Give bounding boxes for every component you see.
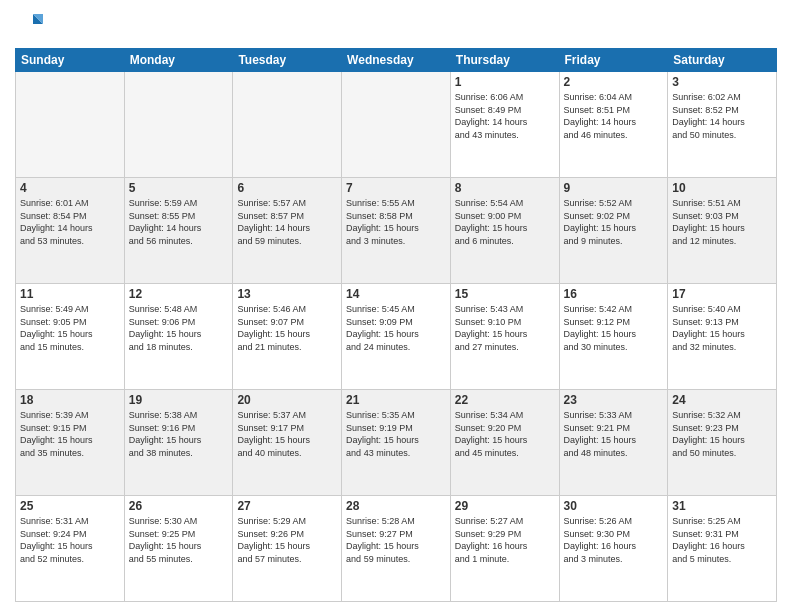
calendar-week-4: 18Sunrise: 5:39 AM Sunset: 9:15 PM Dayli… xyxy=(16,390,777,496)
calendar-table: SundayMondayTuesdayWednesdayThursdayFrid… xyxy=(15,48,777,602)
calendar-cell: 28Sunrise: 5:28 AM Sunset: 9:27 PM Dayli… xyxy=(342,496,451,602)
page: SundayMondayTuesdayWednesdayThursdayFrid… xyxy=(0,0,792,612)
day-info: Sunrise: 5:35 AM Sunset: 9:19 PM Dayligh… xyxy=(346,409,446,459)
calendar-cell: 16Sunrise: 5:42 AM Sunset: 9:12 PM Dayli… xyxy=(559,284,668,390)
day-number: 15 xyxy=(455,287,555,301)
day-info: Sunrise: 6:02 AM Sunset: 8:52 PM Dayligh… xyxy=(672,91,772,141)
calendar-cell: 19Sunrise: 5:38 AM Sunset: 9:16 PM Dayli… xyxy=(124,390,233,496)
day-info: Sunrise: 5:51 AM Sunset: 9:03 PM Dayligh… xyxy=(672,197,772,247)
day-info: Sunrise: 5:37 AM Sunset: 9:17 PM Dayligh… xyxy=(237,409,337,459)
day-number: 3 xyxy=(672,75,772,89)
day-info: Sunrise: 5:45 AM Sunset: 9:09 PM Dayligh… xyxy=(346,303,446,353)
day-info: Sunrise: 5:31 AM Sunset: 9:24 PM Dayligh… xyxy=(20,515,120,565)
day-number: 17 xyxy=(672,287,772,301)
day-number: 22 xyxy=(455,393,555,407)
day-number: 20 xyxy=(237,393,337,407)
day-info: Sunrise: 5:49 AM Sunset: 9:05 PM Dayligh… xyxy=(20,303,120,353)
day-info: Sunrise: 6:06 AM Sunset: 8:49 PM Dayligh… xyxy=(455,91,555,141)
calendar-week-1: 1Sunrise: 6:06 AM Sunset: 8:49 PM Daylig… xyxy=(16,72,777,178)
calendar-cell xyxy=(342,72,451,178)
day-info: Sunrise: 5:39 AM Sunset: 9:15 PM Dayligh… xyxy=(20,409,120,459)
calendar-cell: 27Sunrise: 5:29 AM Sunset: 9:26 PM Dayli… xyxy=(233,496,342,602)
calendar-cell: 3Sunrise: 6:02 AM Sunset: 8:52 PM Daylig… xyxy=(668,72,777,178)
day-number: 31 xyxy=(672,499,772,513)
calendar-cell: 25Sunrise: 5:31 AM Sunset: 9:24 PM Dayli… xyxy=(16,496,125,602)
day-number: 25 xyxy=(20,499,120,513)
day-info: Sunrise: 6:04 AM Sunset: 8:51 PM Dayligh… xyxy=(564,91,664,141)
calendar-cell: 26Sunrise: 5:30 AM Sunset: 9:25 PM Dayli… xyxy=(124,496,233,602)
calendar-cell: 29Sunrise: 5:27 AM Sunset: 9:29 PM Dayli… xyxy=(450,496,559,602)
calendar-cell: 7Sunrise: 5:55 AM Sunset: 8:58 PM Daylig… xyxy=(342,178,451,284)
day-info: Sunrise: 5:27 AM Sunset: 9:29 PM Dayligh… xyxy=(455,515,555,565)
day-number: 16 xyxy=(564,287,664,301)
day-info: Sunrise: 5:30 AM Sunset: 9:25 PM Dayligh… xyxy=(129,515,229,565)
day-info: Sunrise: 5:57 AM Sunset: 8:57 PM Dayligh… xyxy=(237,197,337,247)
day-info: Sunrise: 5:40 AM Sunset: 9:13 PM Dayligh… xyxy=(672,303,772,353)
header xyxy=(15,10,777,40)
day-number: 8 xyxy=(455,181,555,195)
calendar-cell: 22Sunrise: 5:34 AM Sunset: 9:20 PM Dayli… xyxy=(450,390,559,496)
day-number: 2 xyxy=(564,75,664,89)
calendar-cell: 24Sunrise: 5:32 AM Sunset: 9:23 PM Dayli… xyxy=(668,390,777,496)
weekday-header-tuesday: Tuesday xyxy=(233,49,342,72)
day-number: 11 xyxy=(20,287,120,301)
day-number: 13 xyxy=(237,287,337,301)
day-info: Sunrise: 5:42 AM Sunset: 9:12 PM Dayligh… xyxy=(564,303,664,353)
calendar-cell: 9Sunrise: 5:52 AM Sunset: 9:02 PM Daylig… xyxy=(559,178,668,284)
day-number: 9 xyxy=(564,181,664,195)
calendar-cell xyxy=(233,72,342,178)
day-number: 6 xyxy=(237,181,337,195)
calendar-cell xyxy=(16,72,125,178)
calendar-cell: 30Sunrise: 5:26 AM Sunset: 9:30 PM Dayli… xyxy=(559,496,668,602)
day-info: Sunrise: 5:52 AM Sunset: 9:02 PM Dayligh… xyxy=(564,197,664,247)
calendar-cell: 5Sunrise: 5:59 AM Sunset: 8:55 PM Daylig… xyxy=(124,178,233,284)
logo xyxy=(15,10,49,40)
calendar-cell: 6Sunrise: 5:57 AM Sunset: 8:57 PM Daylig… xyxy=(233,178,342,284)
day-number: 12 xyxy=(129,287,229,301)
day-number: 14 xyxy=(346,287,446,301)
weekday-header-row: SundayMondayTuesdayWednesdayThursdayFrid… xyxy=(16,49,777,72)
day-info: Sunrise: 5:33 AM Sunset: 9:21 PM Dayligh… xyxy=(564,409,664,459)
day-number: 29 xyxy=(455,499,555,513)
logo-icon xyxy=(15,10,45,40)
day-number: 28 xyxy=(346,499,446,513)
day-info: Sunrise: 5:28 AM Sunset: 9:27 PM Dayligh… xyxy=(346,515,446,565)
day-number: 5 xyxy=(129,181,229,195)
day-number: 24 xyxy=(672,393,772,407)
day-info: Sunrise: 5:25 AM Sunset: 9:31 PM Dayligh… xyxy=(672,515,772,565)
day-number: 23 xyxy=(564,393,664,407)
day-number: 21 xyxy=(346,393,446,407)
day-number: 26 xyxy=(129,499,229,513)
weekday-header-monday: Monday xyxy=(124,49,233,72)
calendar-cell: 13Sunrise: 5:46 AM Sunset: 9:07 PM Dayli… xyxy=(233,284,342,390)
weekday-header-friday: Friday xyxy=(559,49,668,72)
weekday-header-sunday: Sunday xyxy=(16,49,125,72)
calendar-week-3: 11Sunrise: 5:49 AM Sunset: 9:05 PM Dayli… xyxy=(16,284,777,390)
day-number: 7 xyxy=(346,181,446,195)
calendar-cell: 12Sunrise: 5:48 AM Sunset: 9:06 PM Dayli… xyxy=(124,284,233,390)
calendar-cell: 4Sunrise: 6:01 AM Sunset: 8:54 PM Daylig… xyxy=(16,178,125,284)
weekday-header-thursday: Thursday xyxy=(450,49,559,72)
day-info: Sunrise: 5:29 AM Sunset: 9:26 PM Dayligh… xyxy=(237,515,337,565)
calendar-cell: 11Sunrise: 5:49 AM Sunset: 9:05 PM Dayli… xyxy=(16,284,125,390)
day-info: Sunrise: 5:32 AM Sunset: 9:23 PM Dayligh… xyxy=(672,409,772,459)
calendar-cell: 8Sunrise: 5:54 AM Sunset: 9:00 PM Daylig… xyxy=(450,178,559,284)
day-info: Sunrise: 5:26 AM Sunset: 9:30 PM Dayligh… xyxy=(564,515,664,565)
calendar-cell: 2Sunrise: 6:04 AM Sunset: 8:51 PM Daylig… xyxy=(559,72,668,178)
calendar-cell: 23Sunrise: 5:33 AM Sunset: 9:21 PM Dayli… xyxy=(559,390,668,496)
day-info: Sunrise: 5:46 AM Sunset: 9:07 PM Dayligh… xyxy=(237,303,337,353)
weekday-header-saturday: Saturday xyxy=(668,49,777,72)
calendar-cell: 14Sunrise: 5:45 AM Sunset: 9:09 PM Dayli… xyxy=(342,284,451,390)
calendar-cell: 17Sunrise: 5:40 AM Sunset: 9:13 PM Dayli… xyxy=(668,284,777,390)
weekday-header-wednesday: Wednesday xyxy=(342,49,451,72)
calendar-week-5: 25Sunrise: 5:31 AM Sunset: 9:24 PM Dayli… xyxy=(16,496,777,602)
calendar-cell: 20Sunrise: 5:37 AM Sunset: 9:17 PM Dayli… xyxy=(233,390,342,496)
calendar-cell: 31Sunrise: 5:25 AM Sunset: 9:31 PM Dayli… xyxy=(668,496,777,602)
day-info: Sunrise: 5:38 AM Sunset: 9:16 PM Dayligh… xyxy=(129,409,229,459)
day-info: Sunrise: 5:48 AM Sunset: 9:06 PM Dayligh… xyxy=(129,303,229,353)
day-info: Sunrise: 6:01 AM Sunset: 8:54 PM Dayligh… xyxy=(20,197,120,247)
calendar-cell: 21Sunrise: 5:35 AM Sunset: 9:19 PM Dayli… xyxy=(342,390,451,496)
calendar-week-2: 4Sunrise: 6:01 AM Sunset: 8:54 PM Daylig… xyxy=(16,178,777,284)
calendar-cell: 18Sunrise: 5:39 AM Sunset: 9:15 PM Dayli… xyxy=(16,390,125,496)
day-number: 18 xyxy=(20,393,120,407)
